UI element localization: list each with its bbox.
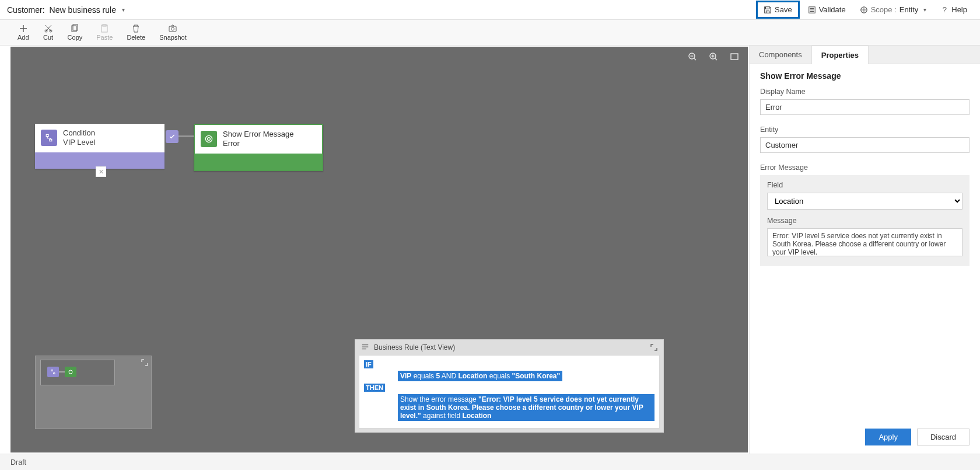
minimap-connector (59, 371, 65, 372)
validate-label: Validate (819, 5, 846, 14)
panel-tabs: Components Properties (750, 46, 980, 64)
toolbar: Add Cut Copy Paste Delete Snapshot (0, 19, 980, 46)
app-header: Customer: New business rule ▾ Save Valid… (0, 0, 980, 19)
properties-panel: Components Properties Show Error Message… (749, 46, 980, 454)
copy-icon (70, 24, 79, 33)
add-icon (19, 24, 28, 33)
svg-point-15 (69, 370, 72, 374)
minimap-expand-icon[interactable] (141, 358, 149, 367)
panel-body: Show Error Message Display Name Entity E… (750, 64, 980, 423)
entity-label: Entity (760, 126, 970, 134)
status-bar: Draft (0, 454, 980, 470)
cut-button[interactable]: Cut (36, 20, 61, 45)
main-area: Condition VIP Level ✕ Show Error Message… (0, 46, 980, 454)
svg-point-9 (172, 27, 174, 30)
tab-properties[interactable]: Properties (811, 46, 869, 64)
then-expr: Show the error message "Error: VIP level… (398, 394, 654, 421)
svg-point-14 (208, 138, 211, 141)
text-view-title: Business Rule (Text View) (374, 343, 455, 351)
action-title: Show Error Message (223, 130, 316, 139)
condition-subtitle: VIP Level (63, 138, 159, 147)
svg-point-13 (205, 136, 212, 142)
chevron-down-icon[interactable]: ▾ (923, 6, 926, 13)
minimap-action-node (65, 367, 76, 377)
text-view-body: IF VIP equals 5 AND Location equals "Sou… (359, 355, 660, 429)
false-connector-icon: ✕ (96, 166, 106, 177)
message-label: Message (767, 217, 963, 225)
properties-title: Show Error Message (760, 71, 970, 81)
paste-button[interactable]: Paste (89, 20, 120, 45)
zoom-in-button[interactable] (708, 51, 719, 62)
help-label: Help (951, 5, 967, 14)
display-name-label: Display Name (760, 88, 970, 96)
header-actions: Save Validate Scope : Entity ▾ ? Help (756, 1, 973, 19)
copy-label: Copy (68, 34, 83, 41)
designer-canvas[interactable]: Condition VIP Level ✕ Show Error Message… (10, 47, 748, 452)
save-label: Save (775, 5, 792, 14)
scope-value: Entity (900, 5, 919, 14)
display-name-input[interactable] (760, 99, 970, 115)
text-view-icon (361, 343, 369, 351)
add-button[interactable]: Add (10, 20, 36, 45)
validate-icon (808, 6, 816, 14)
condition-title: Condition (63, 128, 159, 138)
discard-button[interactable]: Discard (917, 429, 970, 445)
panel-footer: Apply Discard (750, 423, 980, 454)
zoom-out-button[interactable] (687, 51, 698, 62)
entity-prefix: Customer: (7, 5, 45, 15)
condition-node[interactable]: Condition VIP Level (35, 124, 164, 169)
entity-input (760, 137, 970, 153)
minimap-condition-node (47, 367, 59, 377)
message-textarea[interactable] (767, 228, 963, 256)
delete-button[interactable]: Delete (120, 20, 152, 45)
help-icon: ? (940, 6, 949, 14)
delete-label: Delete (127, 34, 145, 41)
status-draft: Draft (10, 458, 26, 466)
paste-icon (100, 24, 109, 33)
add-label: Add (18, 34, 29, 41)
canvas-controls (687, 51, 740, 62)
condition-icon (41, 130, 57, 146)
text-view-expand-icon[interactable] (650, 344, 657, 351)
minimap[interactable] (35, 356, 152, 429)
svg-rect-8 (169, 26, 176, 32)
error-message-group: Field Location Message (760, 175, 970, 266)
apply-button[interactable]: Apply (865, 429, 911, 445)
snapshot-button[interactable]: Snapshot (152, 20, 193, 45)
header-title-group[interactable]: Customer: New business rule ▾ (7, 5, 125, 15)
snapshot-label: Snapshot (159, 34, 186, 41)
validate-button[interactable]: Validate (802, 2, 852, 18)
delete-icon (131, 24, 141, 33)
rule-name: New business rule (50, 5, 116, 15)
business-rule-text-view-panel: Business Rule (Text View) IF VIP equals … (355, 339, 664, 433)
true-connector-icon (166, 130, 178, 143)
show-error-message-node[interactable]: Show Error Message Error (194, 124, 323, 171)
error-message-group-label: Error Message (760, 163, 970, 172)
kw-then: THEN (364, 384, 385, 392)
snapshot-icon (168, 24, 177, 33)
tab-components[interactable]: Components (750, 46, 811, 64)
field-select[interactable]: Location (767, 193, 963, 210)
condition-expr: VIP equals 5 AND Location equals "South … (398, 371, 562, 381)
paste-label: Paste (96, 34, 113, 41)
connector-line (178, 135, 194, 137)
action-strip (195, 154, 322, 170)
cut-label: Cut (43, 34, 53, 41)
fit-to-screen-button[interactable] (729, 51, 740, 62)
action-subtitle: Error (223, 139, 316, 148)
save-button[interactable]: Save (756, 1, 800, 19)
scope-icon (860, 6, 868, 14)
action-icon (201, 131, 217, 147)
cut-icon (44, 24, 53, 33)
field-label: Field (767, 181, 963, 189)
save-icon (764, 6, 772, 14)
scope-dropdown[interactable]: Scope : Entity ▾ (854, 2, 933, 18)
copy-button[interactable]: Copy (61, 20, 90, 45)
help-button[interactable]: ? Help (935, 2, 973, 18)
kw-if: IF (364, 360, 373, 368)
chevron-down-icon[interactable]: ▾ (122, 6, 125, 13)
svg-rect-12 (731, 54, 738, 60)
scope-prefix: Scope : (871, 5, 897, 14)
